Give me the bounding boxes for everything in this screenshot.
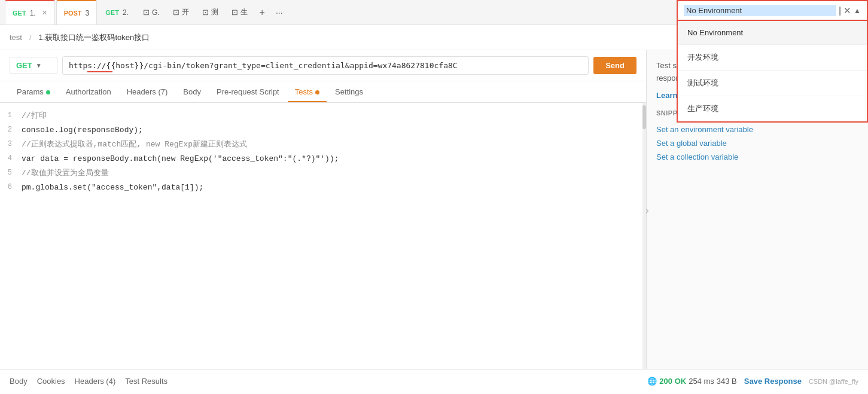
watermark-text: CSDN @laffe_fly <box>809 378 858 385</box>
more-tabs-button[interactable]: ··· <box>271 5 288 20</box>
line-content-3: //正则表达式提取器,match匹配, new RegExp新建正则表达式 <box>22 138 247 151</box>
tab-label-2: 2. <box>123 8 129 17</box>
tests-dot <box>315 90 319 94</box>
env-menu: No Environment 开发环境 测试环境 生产环境 <box>677 21 868 123</box>
url-input[interactable] <box>62 56 589 75</box>
url-input-container <box>62 56 589 75</box>
status-badge: 🌐 200 OK 254 ms 343 B <box>647 377 736 386</box>
tab-authorization[interactable]: Authorization <box>59 81 118 102</box>
method-selector[interactable]: GET ▼ <box>10 57 57 74</box>
tab-settings-label: Settings <box>335 87 363 96</box>
collection-icon-open: ⊡ <box>173 8 179 17</box>
line-num-2: 2 <box>0 124 22 136</box>
line-content-6: pm.globals.set("access_token",data[1]); <box>22 181 203 194</box>
status-tab-headers[interactable]: Headers (4) <box>75 377 116 386</box>
line-content-1: //打印 <box>22 109 47 123</box>
tab-method-post: POST <box>64 10 82 17</box>
tab-headers[interactable]: Headers (7) <box>120 81 175 102</box>
send-button[interactable]: Send <box>593 57 636 74</box>
tab-settings[interactable]: Settings <box>328 81 370 102</box>
tab-headers-label: Headers (7) <box>127 87 168 96</box>
url-var-underline <box>87 71 112 72</box>
status-tab-test-results[interactable]: Test Results <box>125 377 167 386</box>
line-content-4: var data = responseBody.match(new RegExp… <box>22 152 339 166</box>
code-line-1: 1 //打印 <box>0 109 646 123</box>
params-dot <box>46 90 50 94</box>
tab-tests[interactable]: Tests <box>288 81 327 102</box>
tab-prerequest-label: Pre-request Script <box>217 87 279 96</box>
tab-get-1[interactable]: GET 1. ✕ <box>5 0 55 25</box>
env-option-no-env[interactable]: No Environment <box>678 21 867 45</box>
line-num-6: 6 <box>0 181 22 193</box>
code-line-4: 4 var data = responseBody.match(new RegE… <box>0 152 646 166</box>
environment-dropdown: | ✕ ▲ No Environment 开发环境 测试环境 生产环境 <box>677 0 868 123</box>
env-option-test[interactable]: 测试环境 <box>678 71 867 96</box>
tab-collection-g[interactable]: ⊡ G. <box>137 4 166 20</box>
editor-scrollbar[interactable] <box>642 103 646 369</box>
collection-icon-prod: ⊡ <box>232 8 238 17</box>
request-panel: GET ▼ Send Params Authorization Head <box>0 50 647 369</box>
cursor-icon: | <box>839 5 841 16</box>
collection-label-prod: 生 <box>240 7 248 17</box>
env-option-dev[interactable]: 开发环境 <box>678 45 867 71</box>
code-editor[interactable]: 1 //打印 2 console.log(responseBody); 3 //… <box>0 103 646 369</box>
save-response-button[interactable]: Save Response <box>744 377 802 386</box>
line-num-3: 3 <box>0 138 22 150</box>
tab-bar: GET 1. ✕ POST 3 GET 2. ⊡ G. ⊡ 开 ⊡ 测 ⊡ 生 … <box>0 0 868 25</box>
env-close-button[interactable]: ✕ <box>843 5 851 16</box>
tab-body[interactable]: Body <box>176 81 208 102</box>
collection-icon-g: ⊡ <box>143 8 150 17</box>
status-right: 🌐 200 OK 254 ms 343 B Save Response CSDN… <box>647 377 858 386</box>
line-content-2: console.log(responseBody); <box>22 124 143 137</box>
collection-label-g: G. <box>152 8 160 17</box>
tab-authorization-label: Authorization <box>66 87 111 96</box>
tab-get-2[interactable]: GET 2. <box>98 0 136 25</box>
collection-icon-test: ⊡ <box>202 8 209 17</box>
breadcrumb-current: 1.获取接口统一鉴权码token接口 <box>39 32 150 43</box>
request-tabs-row: Params Authorization Headers (7) Body Pr… <box>0 81 646 103</box>
code-line-6: 6 pm.globals.set("access_token",data[1])… <box>0 181 646 195</box>
status-tab-cookies[interactable]: Cookies <box>37 377 65 386</box>
tab-params-label: Params <box>17 87 44 96</box>
tab-prerequest[interactable]: Pre-request Script <box>209 81 287 102</box>
add-tab-button[interactable]: + <box>255 5 270 20</box>
tab-tests-label: Tests <box>295 87 313 96</box>
tab-post-3[interactable]: POST 3 <box>56 0 98 25</box>
snippet-set-env[interactable]: Set an environment variable <box>656 123 858 136</box>
collection-label-open: 开 <box>182 7 189 17</box>
response-time: 254 ms <box>689 377 714 386</box>
chevron-down-icon: ▼ <box>36 62 42 69</box>
status-bar: Body Cookies Headers (4) Test Results 🌐 … <box>0 369 868 393</box>
line-num-5: 5 <box>0 167 22 179</box>
line-content-5: //取值并设置为全局变量 <box>22 167 109 180</box>
tab-body-label: Body <box>183 87 201 96</box>
tab-collection-prod[interactable]: ⊡ 生 <box>226 4 254 21</box>
tab-close-1[interactable]: ✕ <box>42 9 47 17</box>
tab-collection-test[interactable]: ⊡ 测 <box>196 4 224 21</box>
status-code: 200 OK <box>659 377 686 386</box>
tab-label-1: 1. <box>30 9 36 17</box>
env-input-row: | ✕ ▲ <box>677 0 868 21</box>
code-line-5: 5 //取值并设置为全局变量 <box>0 166 646 181</box>
status-tab-body[interactable]: Body <box>10 377 28 386</box>
tab-method-get: GET <box>13 10 26 17</box>
collection-label-test: 测 <box>211 7 218 17</box>
env-search-input[interactable] <box>684 5 836 16</box>
env-expand-button[interactable]: ▲ <box>854 7 861 15</box>
line-num-4: 4 <box>0 152 22 164</box>
code-line-3: 3 //正则表达式提取器,match匹配, new RegExp新建正则表达式 <box>0 138 646 152</box>
snippet-set-global[interactable]: Set a global variable <box>656 136 858 150</box>
scrollbar-thumb[interactable] <box>642 105 646 129</box>
sidebar-expand-icon[interactable]: › <box>645 203 649 216</box>
env-option-prod[interactable]: 生产环境 <box>678 96 867 121</box>
tab-params[interactable]: Params <box>10 81 57 102</box>
tab-collection-open[interactable]: ⊡ 开 <box>167 4 195 21</box>
url-bar: GET ▼ Send <box>0 50 646 81</box>
code-line-2: 2 console.log(responseBody); <box>0 123 646 138</box>
breadcrumb-separator: / <box>29 33 32 42</box>
http-icon: 🌐 <box>647 377 657 386</box>
line-num-1: 1 <box>0 109 22 121</box>
breadcrumb-parent: test <box>10 33 22 42</box>
response-size: 343 B <box>717 377 737 386</box>
snippet-set-collection[interactable]: Set a collection variable <box>656 150 858 164</box>
